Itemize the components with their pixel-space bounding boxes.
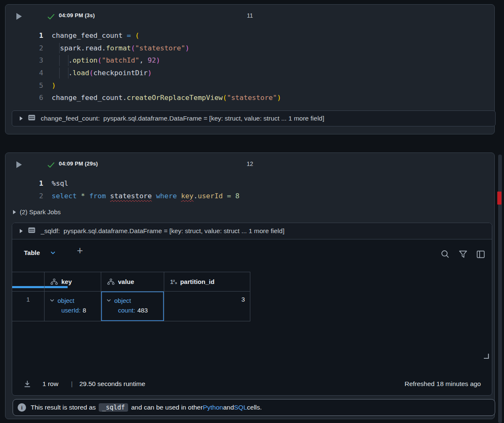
results-table: key value 1²₃ partition_id 1 — [12, 272, 250, 321]
code-editor-sql[interactable]: 1%sql2select * from statestore where key… — [5, 177, 494, 202]
error-annotation-marker — [497, 192, 501, 205]
struct-type-icon — [50, 278, 58, 285]
row-count-label: 1 row — [42, 380, 58, 388]
code-text: .option("batchId", 92) — [52, 54, 160, 67]
code-text: %sql — [52, 177, 68, 190]
tab-table-label: Table — [24, 249, 40, 256]
code-line-2[interactable]: 2select * from statestore where key.user… — [5, 190, 494, 202]
row-index: 1 — [12, 292, 45, 321]
code-text: change_feed_count = ( — [52, 29, 139, 42]
sqldf-info-bar: i This result is stored as _sqldf and ca… — [13, 399, 495, 416]
cell-key[interactable]: object userId:8 — [45, 292, 101, 321]
column-name: value — [118, 278, 134, 285]
cell-partition-id[interactable]: 3 — [164, 292, 250, 321]
column-header-partition-id[interactable]: 1²₃ partition_id — [164, 272, 250, 291]
results-tab-bar: Table + — [12, 239, 492, 270]
line-number: 3 — [5, 54, 43, 67]
field-value: 483 — [137, 307, 148, 314]
info-text: This result is stored as — [31, 404, 96, 411]
chevron-down-icon[interactable] — [50, 249, 55, 256]
dataframe-output-row[interactable]: _sqldf: pyspark.sql.dataframe.DataFrame … — [12, 223, 492, 239]
chevron-down-icon[interactable] — [107, 299, 111, 302]
cell-value-selected[interactable]: object count:483 — [101, 292, 164, 321]
code-text: change_feed_count.createOrReplaceTempVie… — [52, 92, 281, 104]
code-text: select * from statestore where key.userI… — [52, 190, 239, 202]
row-index-header[interactable] — [12, 272, 45, 291]
column-name: partition_id — [180, 278, 215, 285]
download-button[interactable] — [23, 380, 32, 388]
expand-chevron-icon — [13, 210, 16, 214]
column-header-key[interactable]: key — [45, 272, 101, 291]
field-value: 8 — [83, 307, 86, 314]
field-name: userId: — [61, 307, 81, 314]
code-line-3[interactable]: 3 .option("batchId", 92) — [5, 54, 494, 67]
table-glyph-icon — [28, 227, 35, 235]
search-icon[interactable] — [441, 250, 450, 259]
spark-jobs-toggle[interactable]: (2) Spark Jobs — [13, 208, 61, 215]
results-footer: 1 row | 29.50 seconds runtime Refreshed … — [12, 377, 492, 391]
notebook-cell-12: 04:09 PM (29s) 12 1%sql2select * from st… — [5, 152, 495, 419]
code-line-1[interactable]: 1%sql — [5, 177, 494, 190]
line-number: 6 — [5, 92, 43, 104]
info-icon: i — [18, 403, 26, 412]
field-name: count: — [118, 307, 135, 314]
cell-execution-count: 12 — [5, 160, 494, 167]
expand-chevron-icon[interactable] — [20, 229, 23, 233]
info-text: and — [223, 404, 234, 411]
python-link[interactable]: Python — [203, 404, 223, 411]
sqldf-code-chip: _sqldf — [99, 403, 128, 412]
dataframe-summary-text: _sqldf: pyspark.sql.dataframe.DataFrame … — [41, 227, 284, 235]
runtime-label: 29.50 seconds runtime — [79, 380, 145, 388]
spark-jobs-label: (2) Spark Jobs — [20, 208, 61, 215]
sql-link[interactable]: SQL — [234, 404, 247, 411]
code-line-5[interactable]: 5) — [5, 79, 494, 92]
add-visualization-button[interactable]: + — [77, 244, 83, 257]
tab-table[interactable]: Table — [24, 249, 55, 256]
notebook-page: 04:09 PM (3s) 11 1change_feed_count = (2… — [0, 0, 504, 423]
dataframe-summary-text: change_feed_count: pyspark.sql.dataframe… — [41, 115, 324, 122]
code-editor-python[interactable]: 1change_feed_count = (2 spark.read.forma… — [5, 29, 494, 104]
line-number: 5 — [5, 79, 43, 92]
struct-type-icon — [107, 278, 115, 285]
separator: | — [71, 380, 73, 388]
code-line-4[interactable]: 4 .load(checkpointDir) — [5, 67, 494, 79]
code-text: ) — [52, 79, 56, 92]
line-number: 2 — [5, 190, 43, 202]
object-label: object — [58, 297, 74, 304]
code-line-6[interactable]: 6change_feed_count.createOrReplaceTempVi… — [5, 92, 494, 104]
results-panel: _sqldf: pyspark.sql.dataframe.DataFrame … — [12, 223, 492, 396]
table-header-row: key value 1²₃ partition_id — [12, 272, 250, 292]
code-text: spark.read.format("statestore") — [52, 42, 189, 55]
code-text: .load(checkpointDir) — [52, 67, 152, 79]
number-type-icon: 1²₃ — [170, 278, 177, 285]
table-glyph-icon — [28, 115, 35, 122]
refreshed-label: Refreshed 18 minutes ago — [404, 380, 481, 388]
info-text: cells. — [247, 404, 262, 411]
object-label: object — [114, 297, 131, 304]
line-number: 4 — [5, 67, 43, 79]
cell-execution-count: 11 — [5, 12, 494, 19]
line-number: 1 — [5, 177, 43, 190]
column-name: key — [61, 278, 72, 285]
columns-icon[interactable] — [476, 250, 485, 259]
notebook-cell-11: 04:09 PM (3s) 11 1change_feed_count = (2… — [5, 4, 495, 134]
table-row: 1 object userId:8 object — [12, 292, 250, 321]
resize-grip-icon[interactable] — [482, 352, 490, 362]
code-line-2[interactable]: 2 spark.read.format("statestore") — [5, 42, 494, 55]
column-header-value[interactable]: value — [101, 272, 164, 291]
filter-icon[interactable] — [459, 250, 467, 259]
code-line-1[interactable]: 1change_feed_count = ( — [5, 29, 494, 42]
chevron-down-icon[interactable] — [50, 299, 54, 302]
line-number: 1 — [5, 29, 43, 42]
line-number: 2 — [5, 42, 43, 55]
expand-chevron-icon[interactable] — [20, 116, 23, 121]
info-text: and can be used in other — [131, 404, 203, 411]
dataframe-output-row[interactable]: change_feed_count: pyspark.sql.dataframe… — [12, 110, 496, 126]
results-toolbar — [441, 250, 485, 259]
